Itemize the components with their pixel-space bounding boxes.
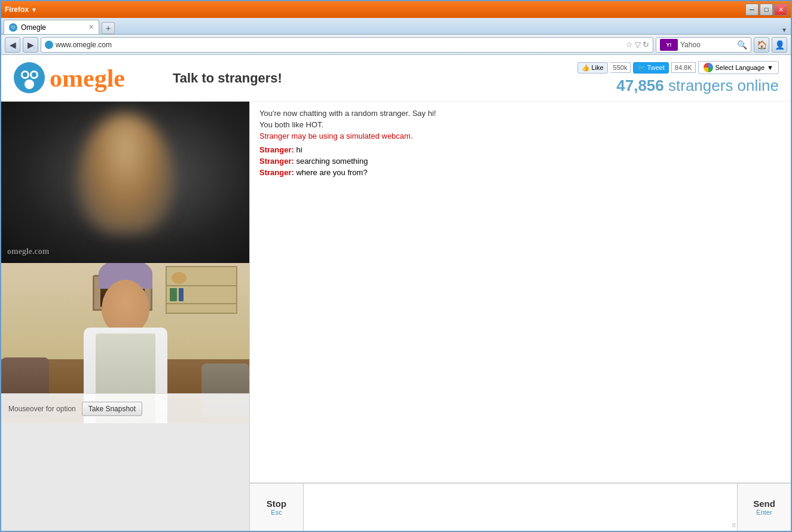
- shelf-line-1: [167, 285, 236, 286]
- send-area: Send Enter: [737, 484, 791, 531]
- browser-title: Firefox: [5, 5, 29, 14]
- shelf-unit: [166, 266, 237, 314]
- google-icon: [704, 63, 713, 72]
- person-head: [102, 280, 149, 334]
- main-area: omegle.com: [1, 102, 791, 531]
- tab-title: Omegle: [21, 23, 46, 32]
- chat-input-area: Stop Esc ⠿ Send Enter: [250, 483, 791, 531]
- omegle-header: omegle Talk to strangers! 👍 Like 550k 🐦 …: [1, 55, 791, 102]
- system-message-1: You're now chatting with a random strang…: [259, 109, 781, 118]
- bookmark-icon[interactable]: ☆: [626, 40, 633, 49]
- video-watermark: omegle.com: [7, 243, 49, 257]
- tab-close-icon[interactable]: ✕: [88, 23, 94, 31]
- chat-message-text-1: hi: [294, 145, 302, 154]
- stranger-label-1: Stranger:: [259, 145, 294, 154]
- video-panel: omegle.com: [1, 102, 249, 531]
- stranger-label-3: Stranger:: [259, 168, 294, 177]
- like-count: 550k: [610, 62, 631, 73]
- system-message-2: You both like HOT.: [259, 120, 781, 129]
- yahoo-icon: Y!: [660, 39, 678, 51]
- message-input[interactable]: [304, 484, 737, 531]
- nav-bar: ◀ ▶ www.omegle.com ☆ ▽ ↻ Y! Yahoo 🔍 🏠 👤: [1, 35, 791, 55]
- tweet-count: 84.8K: [671, 62, 696, 73]
- forward-button[interactable]: ▶: [23, 37, 38, 53]
- omegle-tagline: Talk to strangers!: [173, 71, 282, 86]
- shelf-line-2: [167, 303, 236, 304]
- svg-point-4: [23, 72, 27, 77]
- stop-button[interactable]: Stop: [267, 499, 286, 509]
- like-button[interactable]: 👍 Like: [577, 62, 607, 74]
- browser-window: Firefox ▼ ─ □ ✕ O Omegle ✕ + ▾ ◀ ▶ www.o…: [0, 0, 792, 532]
- svg-point-3: [25, 80, 34, 89]
- user-video: Mouseover for option Take Snapshot: [1, 263, 249, 423]
- strangers-count: 47,856: [616, 77, 664, 94]
- stranger-label-2: Stranger:: [259, 157, 294, 166]
- chat-message-2: Stranger: searching something: [259, 157, 781, 166]
- warning-message: Stranger may be using a simulated webcam…: [259, 132, 781, 140]
- back-button[interactable]: ◀: [5, 37, 20, 53]
- watermark-suffix: .com: [32, 247, 49, 256]
- chat-messages: You're now chatting with a random strang…: [250, 102, 791, 483]
- thumbs-up-icon: 👍: [582, 64, 590, 72]
- twitter-icon: 🐦: [637, 64, 646, 72]
- active-tab[interactable]: O Omegle ✕: [4, 20, 99, 34]
- video-blurred-overlay: [1, 102, 249, 263]
- search-bar[interactable]: Y! Yahoo 🔍: [656, 37, 751, 53]
- stop-hint: Esc: [271, 509, 282, 516]
- chat-message-3: Stranger: where are you from?: [259, 168, 781, 177]
- search-go-icon[interactable]: 🔍: [737, 40, 747, 50]
- take-snapshot-button[interactable]: Take Snapshot: [82, 402, 142, 416]
- resize-handle-icon: ⠿: [732, 522, 736, 529]
- address-text: www.omegle.com: [56, 41, 112, 49]
- user-button[interactable]: 👤: [772, 37, 787, 53]
- mouseover-text: Mouseover for option: [8, 405, 76, 413]
- search-placeholder: Yahoo: [680, 41, 735, 49]
- home-button[interactable]: 🏠: [754, 37, 769, 53]
- strangers-online: 47,856 strangers online: [616, 77, 779, 95]
- svg-point-5: [32, 72, 36, 77]
- minimize-button[interactable]: ─: [745, 4, 759, 16]
- tab-scroll-right-icon[interactable]: ▾: [782, 26, 788, 34]
- select-language-label: Select Language: [715, 64, 765, 71]
- address-bar[interactable]: www.omegle.com ☆ ▽ ↻: [41, 37, 653, 53]
- strangers-label: strangers online: [668, 77, 779, 94]
- chat-message-text-2: searching something: [294, 157, 368, 166]
- new-tab-button[interactable]: +: [102, 22, 115, 34]
- send-hint: Enter: [756, 509, 772, 516]
- tweet-label: Tweet: [647, 64, 664, 71]
- omegle-logo-text: omegle: [50, 64, 125, 93]
- tab-favicon: O: [9, 23, 17, 32]
- select-language-button[interactable]: Select Language ▼: [698, 61, 779, 74]
- refresh-icon[interactable]: ↻: [643, 40, 649, 49]
- maximize-button[interactable]: □: [760, 4, 773, 16]
- address-bar-right: ☆ ▽ ↻: [626, 40, 649, 49]
- chat-message-text-3: where are you from?: [294, 168, 368, 177]
- chat-message-1: Stranger: hi: [259, 145, 781, 154]
- title-bar-arrow: ▼: [31, 7, 37, 13]
- omegle-logo-icon: [13, 62, 46, 94]
- video-controls: Mouseover for option Take Snapshot: [1, 393, 249, 423]
- like-label: Like: [591, 64, 603, 71]
- dropdown-arrow-icon: ▼: [767, 64, 773, 71]
- blurred-person: [78, 114, 173, 233]
- chat-panel: You're now chatting with a random strang…: [249, 102, 791, 531]
- tab-bar: O Omegle ✕ + ▾: [1, 18, 791, 35]
- stranger-video: omegle.com: [1, 102, 249, 263]
- title-bar: Firefox ▼ ─ □ ✕: [1, 1, 791, 18]
- social-buttons: 👍 Like 550k 🐦 Tweet 84.8K Select Languag…: [577, 61, 779, 74]
- watermark-text: omegle: [7, 247, 32, 256]
- tweet-button[interactable]: 🐦 Tweet: [633, 62, 668, 74]
- window-controls: ─ □ ✕: [745, 4, 787, 16]
- stop-area: Stop Esc: [250, 484, 304, 531]
- omegle-logo: omegle: [13, 62, 125, 94]
- header-right: 👍 Like 550k 🐦 Tweet 84.8K Select Languag…: [577, 61, 779, 95]
- page-content: omegle Talk to strangers! 👍 Like 550k 🐦 …: [1, 55, 791, 531]
- close-button[interactable]: ✕: [774, 4, 787, 16]
- address-favicon: [45, 41, 53, 49]
- send-button[interactable]: Send: [753, 499, 775, 509]
- bookmark-star-icon[interactable]: ▽: [635, 40, 641, 49]
